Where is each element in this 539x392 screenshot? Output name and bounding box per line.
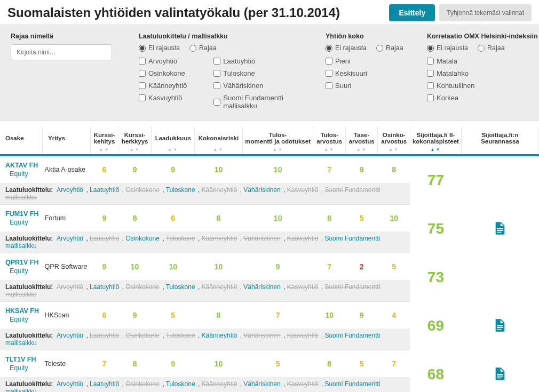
ticker-cell[interactable]: TLT1V FHEquity [0, 350, 43, 378]
filter-panel: Rajaa nimellä Laatuluokittelu / mallisal… [0, 25, 539, 121]
quality-check-b-0[interactable]: Laatuyhtiö [213, 57, 304, 65]
score-cell: 10 [242, 155, 313, 183]
score-cell: 10 [152, 253, 195, 281]
score-cell: 5 [152, 302, 195, 329]
col-header-1[interactable]: Yritys [43, 126, 91, 155]
tag: Käänneyhtiö [202, 380, 237, 388]
document-icon[interactable] [495, 325, 505, 333]
tag[interactable]: Arvoyhtiö [57, 235, 83, 242]
tag[interactable]: Arvoyhtiö [57, 186, 83, 194]
name-input[interactable] [11, 44, 112, 60]
col-header-0[interactable]: Osake [0, 126, 43, 155]
tag[interactable]: Laatuyhtiö [90, 380, 119, 388]
col-header-4[interactable]: Laadukkuus▲▼ [152, 126, 195, 155]
score-cell: 8 [195, 205, 243, 232]
tag: Kasvuyhtiö [287, 380, 319, 388]
score-cell: 5 [378, 253, 410, 281]
tag: Vähäriskinen [243, 235, 280, 242]
tag: Kasvuyhtiö [287, 235, 319, 242]
col-header-9[interactable]: Osinko-arvostus▲▼ [378, 126, 410, 155]
company-cell: Fortum [43, 205, 91, 232]
score-cell: 10 [195, 155, 243, 183]
tag[interactable]: Arvoyhtiö [57, 380, 83, 388]
quality-check-a-3[interactable]: Kasvuyhtiö [139, 94, 187, 102]
ticker-cell[interactable]: AKTAV FHEquity [0, 155, 43, 183]
size-check-1[interactable]: Keskisuuri [326, 69, 406, 77]
quality-check-b-3[interactable]: Suomi Fundamentti mallisalkku [213, 94, 304, 110]
col-header-3[interactable]: Kurssi-herkkyys▲▼ [118, 126, 152, 155]
company-cell: HKScan [43, 302, 91, 329]
ticker-cell[interactable]: FUM1V FHEquity [0, 205, 43, 232]
quality-radio-yes[interactable]: Rajaa [189, 44, 217, 52]
col-header-11[interactable]: Sijoittaja.fi:n Seurannassa [461, 126, 538, 155]
tag[interactable]: Vähäriskinen [243, 186, 280, 194]
quality-check-a-2[interactable]: Käänneyhtiö [139, 82, 187, 90]
col-header-2[interactable]: Kurssi-kehitys▲▼ [91, 126, 118, 155]
tag: Osinkokone [125, 283, 159, 291]
document-icon[interactable] [495, 373, 505, 382]
tag[interactable]: Käänneyhtiö [202, 332, 237, 339]
score-cell: 10 [195, 350, 243, 378]
page-title: Suomalaisten yhtiöiden valintatyökalu (p… [7, 5, 340, 20]
tag[interactable]: Tuloskone [166, 186, 195, 194]
tag[interactable]: Osinkokone [125, 235, 159, 242]
quality-check-b-2[interactable]: Vähäriskinen [213, 82, 304, 90]
corr-check-2[interactable]: Kohtuullinen [427, 82, 539, 90]
company-cell: Teleste [43, 350, 91, 378]
corr-check-0[interactable]: Matala [427, 57, 539, 65]
score-cell: 9 [345, 155, 377, 183]
tag[interactable]: Tuloskone [166, 283, 195, 291]
size-check-2[interactable]: Suuri [326, 82, 406, 90]
ticker-cell[interactable]: HKSAV FHEquity [0, 302, 43, 329]
score-cell: 10 [195, 253, 243, 281]
score-cell: 9 [242, 253, 313, 281]
document-icon[interactable] [495, 228, 505, 236]
doc-cell[interactable] [461, 205, 538, 253]
size-radio-yes[interactable]: Rajaa [376, 44, 403, 52]
total-score: 69 [410, 302, 461, 350]
score-cell: 7 [242, 302, 313, 329]
corr-radio-no[interactable]: Ei rajausta [427, 44, 468, 52]
score-cell: 8 [378, 155, 410, 183]
col-header-7[interactable]: Tulos-arvostus▲▼ [313, 126, 345, 155]
tag: Käänneyhtiö [202, 186, 237, 194]
score-cell: 8 [313, 205, 345, 232]
clear-selections-button[interactable]: Tyhjennä tekemäsi valinnat [439, 4, 532, 21]
tag[interactable]: Vähäriskinen [243, 283, 280, 291]
doc-cell[interactable] [461, 302, 538, 350]
tag[interactable]: Vähäriskinen [243, 380, 280, 388]
size-check-0[interactable]: Pieni [326, 57, 406, 65]
table-row: FUM1V FHEquityFortum986810851075 [0, 205, 539, 232]
quality-radio-no[interactable]: Ei rajausta [139, 44, 180, 52]
tag[interactable]: Arvoyhtiö [57, 332, 83, 339]
score-cell: 8 [118, 205, 152, 232]
col-header-6[interactable]: Tulos-momentti ja odotukset▲▼ [242, 126, 313, 155]
tag: Kasvuyhtiö [287, 332, 319, 339]
intro-button[interactable]: Esittely [389, 4, 435, 21]
tag[interactable]: Tuloskone [166, 380, 195, 388]
filter-quality-title: Laatuluokittelu / mallisalkku [139, 33, 304, 40]
table-row: QPR1V FHEquityQPR Software9101010972573 [0, 253, 539, 281]
filter-corr-title: Korrelaatio OMX Helsinki-indeksiin [427, 33, 539, 40]
tag[interactable]: Laatuyhtiö [90, 186, 119, 194]
col-header-8[interactable]: Tase-arvostus▲▼ [345, 126, 377, 155]
score-cell: 9 [118, 155, 152, 183]
corr-radio-yes[interactable]: Rajaa [478, 44, 505, 52]
score-cell: 8 [313, 350, 345, 378]
doc-cell[interactable] [461, 350, 538, 393]
tag[interactable]: Laatuyhtiö [90, 283, 119, 291]
ticker-cell[interactable]: QPR1V FHEquity [0, 253, 43, 281]
corr-check-1[interactable]: Matalahko [427, 69, 539, 77]
score-cell: 10 [242, 205, 313, 232]
col-header-5[interactable]: Kokonaisriski▲▼ [195, 126, 243, 155]
quality-check-a-0[interactable]: Arvoyhtiö [139, 57, 187, 65]
col-header-10[interactable]: Sijoittaja.fi II-kokonaispisteet▲▼ [410, 126, 461, 155]
corr-check-3[interactable]: Korkea [427, 94, 539, 102]
quality-check-a-1[interactable]: Osinkokone [139, 69, 187, 77]
size-radio-no[interactable]: Ei rajausta [326, 44, 367, 52]
tag: Osinkokone [125, 186, 159, 194]
score-cell: 5 [345, 350, 377, 378]
tag: Laatuyhtiö [90, 332, 119, 339]
quality-check-b-1[interactable]: Tuloskone [213, 69, 304, 77]
total-score: 68 [410, 350, 461, 393]
